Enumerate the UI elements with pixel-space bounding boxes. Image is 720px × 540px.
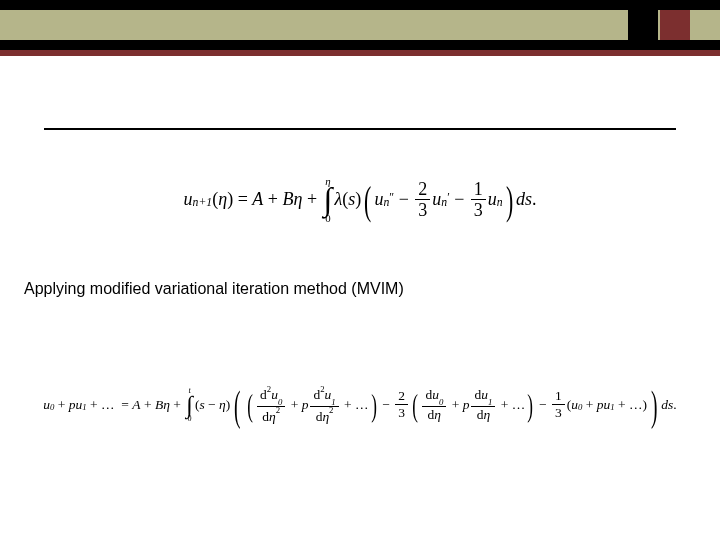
dot-1: . (532, 189, 537, 210)
sym-u: u (184, 189, 193, 210)
integral: η ∫ 0 (324, 176, 333, 224)
e2-eta: η (163, 397, 170, 413)
e2-p2: p (302, 397, 309, 413)
e2-p3: p (463, 397, 470, 413)
e2-p1: p (69, 397, 76, 413)
e2-eta2: η (219, 397, 226, 413)
bar-stripe-maroon (0, 50, 720, 56)
sym-B: B (282, 189, 293, 210)
e2-23d: 3 (395, 405, 408, 420)
bar-top-black (0, 0, 720, 10)
e2-sub1b: 1 (610, 402, 614, 412)
square-maroon (660, 10, 690, 40)
plus: + (263, 189, 282, 210)
e2-B: B (155, 397, 163, 413)
e2-ell-4: … (629, 397, 643, 413)
square-black (628, 10, 658, 40)
slide-top-bar (0, 0, 720, 56)
e2-du0-num: du0 (422, 388, 446, 407)
frac-2-3: 2 3 (415, 180, 430, 221)
sym-un: u (374, 189, 383, 210)
e2-plus-9: + (582, 397, 596, 413)
e2-ell-1: … (101, 397, 115, 413)
caption-mvim: Applying modified variational iteration … (24, 280, 404, 298)
e2-sub0b: 0 (578, 402, 582, 412)
sym-s: s (348, 189, 355, 210)
e2-u1b: u (603, 397, 610, 413)
e2-integral: t ∫ 0 (186, 387, 193, 423)
divider-line (44, 128, 676, 130)
e2-13d: 3 (552, 405, 565, 420)
e2-frac-d2u1: d2u1 dη2 (310, 386, 338, 423)
e2-plus-7: + (448, 397, 462, 413)
plus-2: + (302, 189, 321, 210)
equation-vim-math: un+1 (η) = A + Bη + η ∫ 0 λ(s) ( un″ − 2… (184, 176, 537, 224)
e2-eq: = (115, 397, 133, 413)
e2-23n: 2 (395, 389, 408, 405)
e2-ell-3: … (512, 397, 526, 413)
e2-d2u0-den: dη2 (259, 407, 283, 424)
prime: ′ (447, 191, 450, 204)
e2-rp3: ) (642, 397, 647, 413)
sym-un-2: u (432, 189, 441, 210)
slide: un+1 (η) = A + Bη + η ∫ 0 λ(s) ( un″ − 2… (0, 0, 720, 540)
e2-minus-2: − (379, 397, 393, 413)
e2-plus-6: + (341, 397, 355, 413)
e2-d2u1-num: d2u1 (310, 386, 338, 406)
e2-frac-d2u0: d2u0 dη2 (257, 386, 285, 423)
e2-A: A (132, 397, 140, 413)
equation-vim: un+1 (η) = A + Bη + η ∫ 0 λ(s) ( un″ − 2… (0, 160, 720, 240)
e2-plus-1: + (54, 397, 68, 413)
num-2: 2 (415, 180, 430, 201)
e2-du1-num: du1 (471, 388, 495, 407)
frac-1-3: 1 3 (471, 180, 486, 221)
e2-plus-5: + (287, 397, 301, 413)
e2-int-symbol: ∫ (186, 395, 193, 414)
bar-mid-olive (0, 10, 720, 40)
equation-mvim-math: u0 + pu1 + … = A + Bη + t ∫ 0 (s − η) ( … (43, 386, 676, 423)
e2-ds: ds (661, 397, 673, 413)
dprime: ″ (389, 191, 394, 204)
e2-minus-3: − (536, 397, 550, 413)
e2-minus: − (205, 397, 219, 413)
e2-frac-13: 1 3 (552, 389, 565, 420)
e2-frac-23: 2 3 (395, 389, 408, 420)
sub-n-plus-1: n+1 (193, 196, 213, 209)
e2-u0: u (43, 397, 50, 413)
sym-un-3: u (488, 189, 497, 210)
sym-A: A (252, 189, 263, 210)
e2-plus-10: + (615, 397, 629, 413)
sym-eta: η (218, 189, 227, 210)
e2-plus-3: + (141, 397, 155, 413)
e2-sub0: 0 (50, 402, 54, 412)
int-lower: 0 (325, 213, 330, 224)
equals: = (233, 189, 252, 210)
num-1: 1 (471, 180, 486, 201)
sym-lambda: λ (334, 189, 342, 210)
e2-plus-8: + (497, 397, 511, 413)
sym-eta-2: η (293, 189, 302, 210)
e2-d2u0-num: d2u0 (257, 386, 285, 406)
e2-frac-du0: du0 dη (422, 388, 446, 422)
den-3b: 3 (471, 200, 486, 220)
e2-du1-den: dη (474, 407, 493, 422)
sym-ds: ds (516, 189, 532, 210)
minus-1: − (394, 189, 413, 210)
equation-mvim: u0 + pu1 + … = A + Bη + t ∫ 0 (s − η) ( … (10, 360, 710, 450)
e2-du0-den: dη (425, 407, 444, 422)
e2-d2u1-den: dη2 (313, 407, 337, 424)
e2-sub1: 1 (82, 402, 86, 412)
e2-13n: 1 (552, 389, 565, 405)
e2-frac-du1: du1 dη (471, 388, 495, 422)
bar-bottom-black (0, 40, 720, 50)
e2-u0b: u (571, 397, 578, 413)
minus-2: − (450, 189, 469, 210)
e2-dot: . (673, 397, 676, 413)
e2-int-lower: 0 (188, 415, 192, 423)
e2-ell-2: … (355, 397, 369, 413)
e2-p4: p (597, 397, 604, 413)
rparen-2: ) (355, 189, 361, 210)
den-3: 3 (415, 200, 430, 220)
e2-u1: u (76, 397, 83, 413)
e2-plus-4: + (170, 397, 184, 413)
